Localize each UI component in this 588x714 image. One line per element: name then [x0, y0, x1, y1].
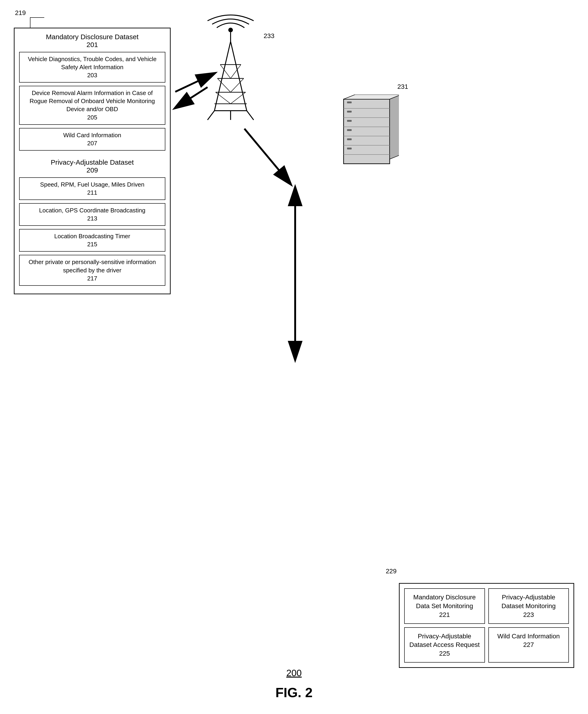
- item-207: Wild Card Information 207: [19, 128, 165, 151]
- svg-rect-26: [347, 111, 352, 112]
- ref-233: 233: [264, 32, 274, 40]
- item-223: Privacy-Adjustable Dataset Monitoring 22…: [488, 588, 569, 624]
- right-panel-grid: Mandatory Disclosure Data Set Monitoring…: [404, 588, 569, 663]
- tower-area: 233: [185, 14, 277, 129]
- figure-label: FIG. 2: [275, 685, 312, 700]
- item-205: Device Removal Alarm Information in Case…: [19, 86, 165, 125]
- svg-marker-2: [214, 42, 247, 111]
- privacy-section-title: Privacy-Adjustable Dataset 209: [19, 159, 165, 174]
- tower-svg: [185, 14, 277, 129]
- svg-rect-16: [343, 99, 390, 164]
- svg-line-8: [231, 65, 241, 78]
- svg-line-7: [220, 65, 231, 78]
- svg-rect-27: [347, 120, 352, 122]
- diagram-container: 219 Mandatory Disclosure Dataset 201 Veh…: [14, 14, 574, 668]
- left-panel: Mandatory Disclosure Dataset 201 Vehicle…: [14, 28, 171, 294]
- svg-rect-25: [347, 102, 352, 103]
- item-215: Location Broadcasting Timer 215: [19, 229, 165, 252]
- figure-ref-200: 200: [287, 668, 302, 678]
- svg-line-39: [245, 129, 291, 184]
- svg-marker-18: [390, 94, 399, 159]
- ref-219: 219: [15, 9, 26, 17]
- server-area: 231: [334, 94, 399, 168]
- svg-point-0: [228, 28, 233, 32]
- item-211: Speed, RPM, Fuel Usage, Miles Driven 211: [19, 177, 165, 200]
- svg-marker-17: [343, 94, 399, 99]
- item-217: Other private or personally-sensitive in…: [19, 255, 165, 286]
- svg-rect-28: [347, 129, 352, 131]
- item-213: Location, GPS Coordinate Broadcasting 21…: [19, 203, 165, 226]
- svg-rect-29: [347, 139, 352, 140]
- right-panel: 229 Mandatory Disclosure Data Set Monito…: [399, 583, 574, 668]
- mandatory-section-title: Mandatory Disclosure Dataset 201: [19, 33, 165, 49]
- svg-rect-30: [347, 148, 352, 149]
- svg-line-14: [247, 111, 254, 120]
- item-203: Vehicle Diagnostics, Trouble Codes, and …: [19, 52, 165, 83]
- svg-line-13: [208, 111, 214, 120]
- item-221: Mandatory Disclosure Data Set Monitoring…: [404, 588, 485, 624]
- server-svg: [334, 94, 399, 168]
- item-227: Wild Card Information 227: [488, 627, 569, 663]
- ref-231: 231: [397, 83, 408, 90]
- ref-229: 229: [386, 568, 397, 575]
- item-225: Privacy-Adjustable Dataset Access Reques…: [404, 627, 485, 663]
